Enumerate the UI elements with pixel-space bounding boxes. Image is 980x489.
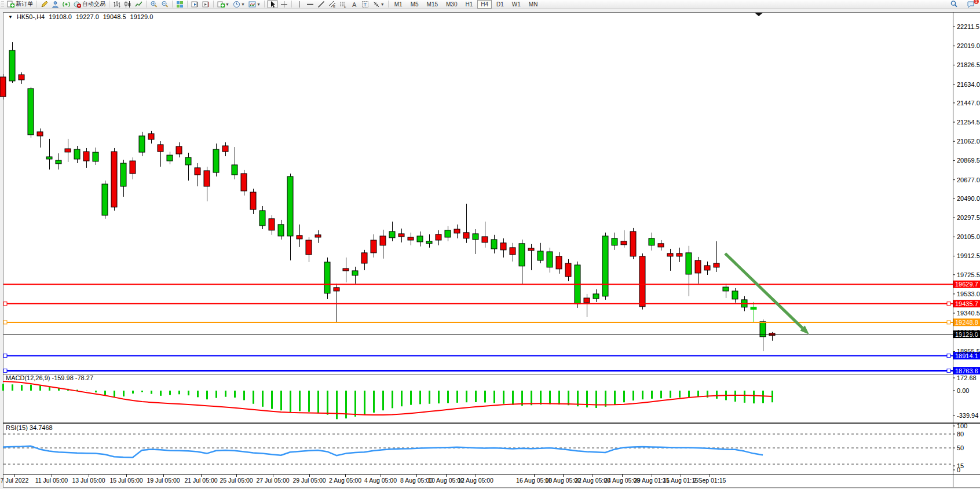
line-handle[interactable]: [3, 321, 7, 324]
time-axis-label: 27 Jul 05:00: [256, 477, 289, 484]
price-axis-tick: 19148.0: [957, 329, 980, 336]
macd-indicator: [3, 381, 773, 419]
candle: [250, 189, 256, 214]
timeframe-button-M1[interactable]: M1: [391, 0, 406, 9]
autotrading-button[interactable]: 自动交易: [72, 0, 107, 8]
channel-tool-button[interactable]: E: [327, 0, 337, 8]
search-button[interactable]: [949, 0, 959, 8]
line-handle[interactable]: [947, 354, 950, 358]
styler-button[interactable]: [39, 0, 49, 8]
time-axis[interactable]: 7 Jul 202211 Jul 05:0013 Jul 05:0015 Jul…: [1, 475, 726, 484]
price-axis[interactable]: 22211.522019.021826.521634.021447.021254…: [953, 23, 980, 473]
time-axis-label: 2 Aug 05:00: [329, 477, 361, 484]
timeframe-button-M30[interactable]: M30: [443, 0, 460, 9]
price-axis-tick: 20105.0: [957, 233, 980, 240]
timeframe-button-M5[interactable]: M5: [407, 0, 422, 9]
line-handle[interactable]: [947, 321, 950, 324]
candle: [65, 139, 71, 162]
candle: [74, 146, 80, 163]
macd-axis-tick: 172.68: [957, 374, 977, 381]
arrow-objects-button[interactable]: ▼: [371, 0, 386, 8]
timeframe-button-MN[interactable]: MN: [525, 0, 542, 9]
notification-badge: 1: [974, 0, 979, 4]
candle: [454, 225, 460, 238]
line-chart-button[interactable]: [134, 0, 144, 8]
time-axis-label: 15 Jul 05:00: [109, 477, 142, 484]
candlestick-chart-button[interactable]: [123, 0, 133, 8]
new-order-button[interactable]: 新订单: [6, 0, 34, 8]
candle: [649, 233, 654, 251]
toolbar-separator: [109, 1, 109, 8]
candle: [148, 131, 154, 144]
line-handle[interactable]: [3, 302, 7, 306]
candle: [269, 215, 275, 235]
tile-windows-button[interactable]: [175, 0, 185, 8]
vertical-line-tool-button[interactable]: [294, 0, 304, 8]
candle: [315, 230, 321, 243]
text-tool-button[interactable]: A: [349, 0, 359, 8]
horizontal-line-object[interactable]: 19435.7: [3, 300, 980, 307]
macd-signal-line: [3, 381, 772, 415]
candle: [436, 230, 441, 245]
candle: [537, 243, 543, 263]
line-handle[interactable]: [3, 354, 7, 358]
candle: [46, 139, 52, 170]
candle: [306, 237, 312, 262]
add-indicator-button[interactable]: ▼: [216, 0, 231, 8]
candle: [222, 142, 228, 156]
candle: [612, 233, 617, 250]
new-order-label: 新订单: [16, 0, 33, 8]
period-button[interactable]: ▼: [232, 0, 246, 8]
horizontal-line-object[interactable]: 19629.7: [3, 281, 980, 288]
fibonacci-tool-button[interactable]: F: [338, 0, 348, 8]
profiles-button[interactable]: [50, 0, 60, 8]
zoom-out-button[interactable]: [160, 0, 170, 8]
bar-chart-button[interactable]: [112, 0, 122, 8]
candle: [130, 157, 136, 179]
auto-scroll-button[interactable]: [190, 0, 200, 8]
candle: [760, 319, 766, 351]
candle: [584, 294, 590, 317]
signals-button[interactable]: [61, 0, 71, 8]
candle: [658, 240, 664, 251]
price-axis-tick: 18955.5: [957, 348, 980, 355]
time-axis-label: 13 Jul 05:00: [72, 477, 105, 484]
crosshair-icon: [280, 1, 288, 8]
text-icon: A: [350, 1, 358, 8]
candle: [686, 246, 692, 296]
horizontal-line-tool-button[interactable]: [305, 0, 315, 8]
timeframe-button-W1[interactable]: W1: [509, 0, 524, 9]
macd-axis-tick: 0.00: [957, 387, 969, 394]
crosshair-tool-button[interactable]: [279, 0, 289, 8]
cursor-tool-button[interactable]: [267, 0, 278, 8]
timeframe-button-H1[interactable]: H1: [462, 0, 476, 9]
low-value: 19048.5: [103, 13, 126, 20]
macd-axis-tick: -339.94: [957, 412, 978, 419]
text-label-icon: T: [361, 1, 369, 8]
bid-price-line[interactable]: 19129.0: [3, 330, 980, 338]
horizontal-line-object[interactable]: 19248.8: [3, 318, 980, 326]
toolbar-grip[interactable]: [1, 1, 4, 8]
candle: [556, 252, 562, 274]
chat-button[interactable]: 1: [966, 0, 976, 8]
candle: [241, 170, 247, 196]
horizontal-line-object[interactable]: 18763.6: [3, 367, 980, 374]
template-button[interactable]: ▼: [247, 0, 262, 8]
timeframe-button-D1[interactable]: D1: [493, 0, 507, 9]
price-chart[interactable]: 19629.719435.719248.819129.018914.118763…: [0, 0, 980, 489]
timeframe-button-H4[interactable]: H4: [477, 0, 492, 9]
text-label-tool-button[interactable]: T: [360, 0, 370, 8]
horizontal-line-object[interactable]: 18914.1: [3, 352, 980, 359]
chart-objects-caret-icon[interactable]: ▼: [8, 14, 13, 20]
chart-shift-button[interactable]: [201, 0, 211, 8]
timeframe-button-M15[interactable]: M15: [423, 0, 441, 9]
trendline-tool-button[interactable]: [316, 0, 326, 8]
candle: [547, 248, 553, 273]
line-handle[interactable]: [3, 369, 7, 373]
line-handle[interactable]: [947, 302, 950, 306]
zoom-in-button[interactable]: [149, 0, 159, 8]
candle: [630, 228, 636, 259]
line-handle[interactable]: [947, 369, 950, 373]
candle: [593, 289, 599, 302]
toolbar-separator: [388, 1, 389, 8]
